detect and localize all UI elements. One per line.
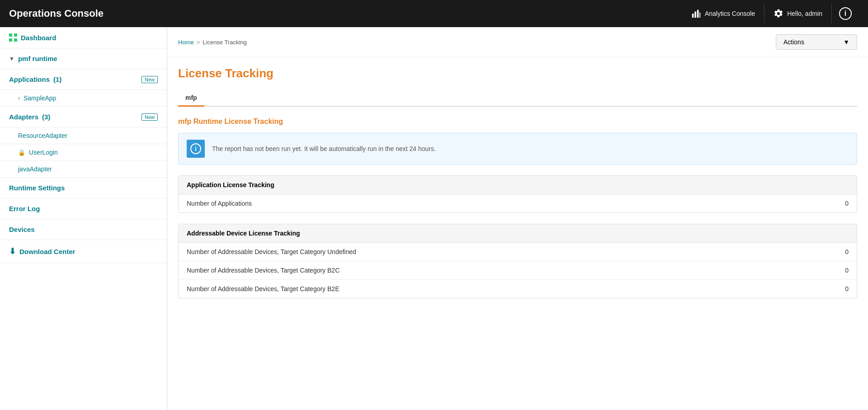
info-message-icon: i xyxy=(187,140,205,158)
info-message: i The report has not been run yet. It wi… xyxy=(178,133,857,165)
app-license-header: Application License Tracking xyxy=(179,176,857,194)
breadcrumb: Home > License Tracking xyxy=(178,39,247,46)
runtime-settings-label: Runtime Settings xyxy=(9,184,65,192)
applications-label: Applications (1) xyxy=(9,75,61,83)
device-row-value: 0 xyxy=(845,248,849,255)
sidebar-item-runtime[interactable]: ▼ pmf runtime xyxy=(0,48,167,69)
tabs: mfp xyxy=(178,90,857,107)
sidebar-item-error-log[interactable]: Error Log xyxy=(0,198,167,219)
info-circle-icon: i xyxy=(839,7,852,20)
devices-label: Devices xyxy=(9,226,35,233)
actions-dropdown[interactable]: Actions ▼ xyxy=(776,34,857,50)
sidebar-item-resourceadapter[interactable]: ResourceAdapter xyxy=(0,127,167,144)
device-license-section: Addressable Device License Tracking Numb… xyxy=(178,224,857,298)
section-title: mfp Runtime License Tracking xyxy=(178,118,857,126)
adapters-new-badge: New xyxy=(142,113,158,121)
analytics-console-button[interactable]: Analytics Console xyxy=(682,4,764,23)
dashboard-grid-icon xyxy=(9,33,17,42)
adapters-label: Adapters (3) xyxy=(9,113,50,121)
app-license-row-label: Number of Applications xyxy=(187,200,252,207)
gear-icon xyxy=(774,9,783,19)
info-message-text: The report has not been run yet. It will… xyxy=(212,145,436,152)
svg-rect-3 xyxy=(699,12,700,18)
sidebar-item-devices[interactable]: Devices xyxy=(0,219,167,240)
top-header: Operations Console Analytics Console Hel… xyxy=(0,0,868,27)
sidebar-item-sampleapp[interactable]: › SampleApp xyxy=(0,90,167,107)
device-license-row: Number of Addressable Devices, Target Ca… xyxy=(179,243,857,261)
lock-icon: 🔒 xyxy=(18,149,25,156)
runtime-label: ▼ pmf runtime xyxy=(9,55,57,62)
chevron-down-icon: ▼ xyxy=(843,38,849,46)
content-area: Home > License Tracking Actions ▼ Licens… xyxy=(167,27,868,410)
hello-admin-label: Hello, admin xyxy=(787,10,822,17)
sidebar: Dashboard ▼ pmf runtime Applications (1)… xyxy=(0,27,167,410)
breadcrumb-home[interactable]: Home xyxy=(178,39,194,46)
sidebar-item-javaadapter[interactable]: javaAdapter xyxy=(0,161,167,178)
download-icon: ⬇ xyxy=(9,246,16,256)
info-circle-sm-icon: i xyxy=(190,143,201,154)
device-license-header: Addressable Device License Tracking xyxy=(179,224,857,243)
sidebar-item-applications[interactable]: Applications (1) New xyxy=(0,69,167,90)
app-license-row-value: 0 xyxy=(845,200,849,207)
svg-rect-0 xyxy=(692,14,694,18)
device-rows-container: Number of Addressable Devices, Target Ca… xyxy=(179,243,857,298)
chevron-right-icon: › xyxy=(18,95,20,101)
info-button[interactable]: i xyxy=(832,3,859,24)
sidebar-item-dashboard[interactable]: Dashboard xyxy=(0,27,167,48)
chevron-down-icon: ▼ xyxy=(9,56,14,62)
error-log-label: Error Log xyxy=(9,205,40,212)
app-license-row: Number of Applications 0 xyxy=(179,194,857,212)
breadcrumb-separator: > xyxy=(197,39,200,46)
page-title: License Tracking xyxy=(178,66,857,80)
device-license-row: Number of Addressable Devices, Target Ca… xyxy=(179,280,857,298)
sidebar-item-adapters[interactable]: Adapters (3) New xyxy=(0,107,167,127)
device-row-label: Number of Addressable Devices, Target Ca… xyxy=(187,248,356,255)
breadcrumb-bar: Home > License Tracking Actions ▼ xyxy=(167,27,868,57)
sidebar-item-runtime-settings[interactable]: Runtime Settings xyxy=(0,178,167,198)
device-row-value: 0 xyxy=(845,285,849,292)
device-row-value: 0 xyxy=(845,267,849,274)
actions-label: Actions xyxy=(783,38,804,46)
main-layout: Dashboard ▼ pmf runtime Applications (1)… xyxy=(0,27,868,410)
tab-mfp[interactable]: mfp xyxy=(178,90,204,106)
dashboard-label: Dashboard xyxy=(9,33,56,42)
sidebar-item-userlogin[interactable]: 🔒 UserLogin xyxy=(0,144,167,161)
sidebar-item-download-center[interactable]: ⬇ Download Center xyxy=(0,240,167,263)
hello-admin-button[interactable]: Hello, admin xyxy=(764,4,832,23)
applications-new-badge: New xyxy=(142,76,158,83)
device-row-label: Number of Addressable Devices, Target Ca… xyxy=(187,267,340,274)
download-center-label: ⬇ Download Center xyxy=(9,246,75,256)
analytics-console-label: Analytics Console xyxy=(705,10,755,17)
device-license-row: Number of Addressable Devices, Target Ca… xyxy=(179,261,857,280)
header-right: Analytics Console Hello, admin i xyxy=(682,3,859,24)
svg-rect-2 xyxy=(697,10,699,18)
device-row-label: Number of Addressable Devices, Target Ca… xyxy=(187,285,339,292)
analytics-icon xyxy=(691,9,701,19)
app-license-section: Application License Tracking Number of A… xyxy=(178,175,857,213)
page-content: License Tracking mfp mfp Runtime License… xyxy=(167,57,868,318)
breadcrumb-current: License Tracking xyxy=(203,39,247,46)
svg-rect-1 xyxy=(694,11,696,18)
app-title: Operations Console xyxy=(9,8,104,19)
